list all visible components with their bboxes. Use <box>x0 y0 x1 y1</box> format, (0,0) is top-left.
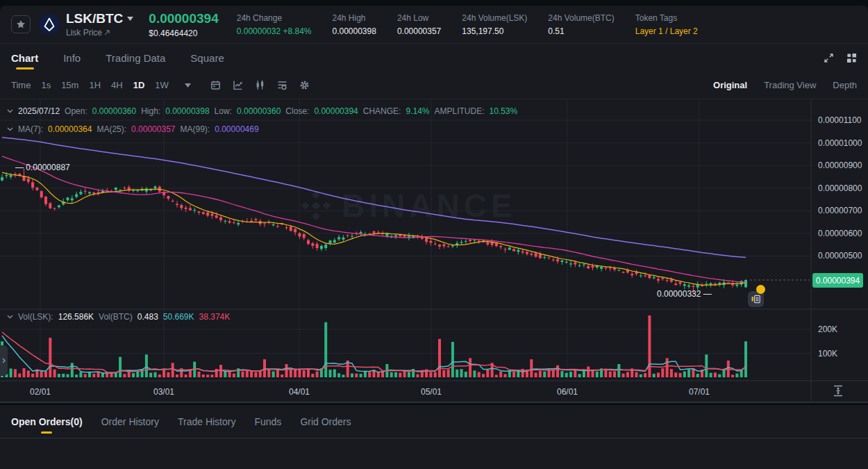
close-value: 0.00000394 <box>314 106 358 116</box>
indicators-icon[interactable] <box>277 80 287 90</box>
stat-24h-high: 24h High 0.00000398 <box>332 13 376 36</box>
chevron-right-icon <box>2 358 6 363</box>
star-icon <box>16 19 26 29</box>
chart-view-switcher: Original Trading View Depth <box>713 80 857 90</box>
stat-token-tags: Token Tags Layer 1 / Layer 2 <box>635 13 698 36</box>
tab-info[interactable]: Info <box>63 44 81 72</box>
orders-panel: Open Orders(0) Order History Trade Histo… <box>0 405 868 469</box>
change-value: 9.14% <box>406 106 429 116</box>
price-block: 0.00000394 $0.46464420 <box>149 11 218 38</box>
chart-section: BINANCE 2025/07/12 Open:0.00000360 High:… <box>0 99 868 403</box>
low-value: 0.00000360 <box>237 106 281 116</box>
usd-price: $0.46464420 <box>149 28 218 38</box>
toolbar-icons <box>210 80 310 90</box>
settings-icon[interactable] <box>299 80 310 90</box>
orders-tab-bar: Open Orders(0) Order History Trade Histo… <box>0 405 868 438</box>
interval-1w[interactable]: 1W <box>155 80 169 90</box>
vol-ma-fast-value: 50.669K <box>163 312 194 322</box>
interval-1h[interactable]: 1H <box>89 80 101 90</box>
volume-info-row: Vol(LSK): 126.586K Vol(BTC) 0.483 50.669… <box>7 312 230 322</box>
tab-square[interactable]: Square <box>190 44 224 72</box>
candlestick-icon[interactable] <box>255 80 265 90</box>
vol-ma-slow-value: 38.374K <box>199 312 231 322</box>
collapse-chevron-icon[interactable] <box>7 109 13 113</box>
lisk-logo <box>39 14 60 35</box>
view-original[interactable]: Original <box>713 80 747 90</box>
tab-funds[interactable]: Funds <box>254 405 281 438</box>
fullscreen-icon[interactable] <box>824 53 834 63</box>
collapse-chevron-icon[interactable] <box>7 127 13 131</box>
stat-24h-low: 24h Low 0.00000357 <box>397 13 441 36</box>
stat-24h-change: 24h Change 0.00000032 +8.84% <box>237 13 312 36</box>
interval-1d[interactable]: 1D <box>133 80 145 90</box>
external-link-icon <box>104 30 110 35</box>
ohlc-date: 2025/07/12 <box>18 106 60 116</box>
tab-trade-history[interactable]: Trade History <box>178 405 236 438</box>
news-icon <box>751 295 760 304</box>
ohlc-info-row: 2025/07/12 Open:0.00000360 High:0.000003… <box>7 106 517 116</box>
tab-open-orders[interactable]: Open Orders(0) <box>11 405 83 438</box>
axis-scale-button[interactable] <box>832 385 844 400</box>
last-price: 0.00000394 <box>149 11 218 26</box>
token-tags-links[interactable]: Layer 1 / Layer 2 <box>635 26 698 36</box>
pair-title: LSK/BTC <box>66 11 123 26</box>
view-tradingview[interactable]: Trading View <box>764 80 816 90</box>
interval-time[interactable]: Time <box>11 80 31 90</box>
interval-more-caret-icon[interactable] <box>185 83 191 88</box>
high-value: 0.00000398 <box>165 106 209 116</box>
ma7-value: 0.00000364 <box>48 124 92 134</box>
calendar-icon[interactable] <box>210 80 221 90</box>
interval-selector: Time 1s 15m 1H 4H 1D 1W <box>11 80 191 90</box>
line-chart-icon[interactable] <box>233 80 243 90</box>
pair-header: LSK/BTC Lisk Price 0.00000394 $0.4646442… <box>0 6 868 44</box>
coin-info-link[interactable]: Lisk Price <box>66 28 133 38</box>
caret-down-icon <box>127 17 133 21</box>
tab-chart[interactable]: Chart <box>11 44 38 72</box>
amplitude-value: 10.53% <box>490 106 518 116</box>
pair-selector[interactable]: LSK/BTC <box>66 11 133 26</box>
panel-expander[interactable] <box>0 345 8 376</box>
last-price-badge: 0.00000394 <box>812 273 863 288</box>
vol-btc-value: 0.483 <box>137 312 158 322</box>
scale-adjust-icon <box>832 385 844 397</box>
ma99-value: 0.00000469 <box>215 124 258 134</box>
chart-toolbar: Time 1s 15m 1H 4H 1D 1W <box>0 72 868 99</box>
interval-15m[interactable]: 15m <box>61 80 78 90</box>
collapse-chevron-icon[interactable] <box>7 315 13 319</box>
coin-info-label: Lisk Price <box>66 28 102 38</box>
ma-info-row: MA(7): 0.00000364 MA(25): 0.00000357 MA(… <box>7 124 259 134</box>
tab-grid-orders[interactable]: Grid Orders <box>300 405 351 438</box>
stat-24h-volume-lsk: 24h Volume(LSK) 135,197.50 <box>462 13 527 36</box>
interval-4h[interactable]: 4H <box>111 80 123 90</box>
header-stats: 24h Change 0.00000032 +8.84% 24h High 0.… <box>237 13 698 36</box>
open-value: 0.00000360 <box>92 106 136 116</box>
tab-order-history[interactable]: Order History <box>101 405 159 438</box>
favorite-button[interactable] <box>11 15 31 33</box>
main-tab-bar: Chart Info Trading Data Square <box>0 44 868 72</box>
vol-lsk-value: 126.586K <box>58 312 94 322</box>
view-depth[interactable]: Depth <box>833 80 857 90</box>
stat-24h-volume-btc: 24h Volume(BTC) 0.51 <box>548 13 614 36</box>
tab-bar-actions <box>824 53 857 63</box>
trading-app: LSK/BTC Lisk Price 0.00000394 $0.4646442… <box>0 0 868 469</box>
notification-dot <box>756 285 765 294</box>
pair-block: LSK/BTC Lisk Price <box>66 11 133 38</box>
ma25-value: 0.00000357 <box>131 124 175 134</box>
interval-1s[interactable]: 1s <box>41 80 51 90</box>
tab-trading-data[interactable]: Trading Data <box>106 44 165 72</box>
layout-grid-icon[interactable] <box>846 53 857 63</box>
